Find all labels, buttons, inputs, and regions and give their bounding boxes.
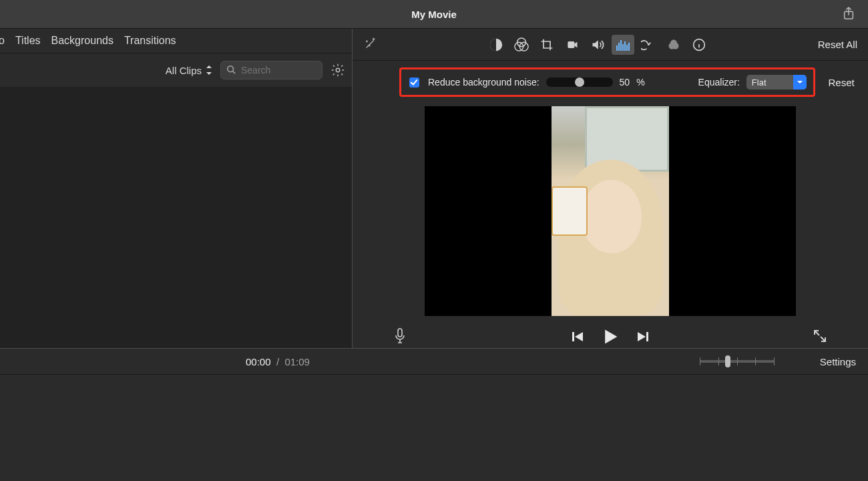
- microphone-icon[interactable]: [394, 328, 406, 346]
- equalizer-dropdown[interactable]: Flat: [746, 75, 807, 90]
- svg-rect-21: [646, 332, 648, 341]
- reset-button[interactable]: Reset: [829, 77, 855, 88]
- video-frame: [552, 106, 669, 316]
- browser-content: [0, 87, 352, 348]
- time-current: 00:00: [246, 356, 271, 367]
- timeline-header: 00:00 / 01:09 Settings: [0, 348, 868, 375]
- noise-eq-icon[interactable]: [612, 35, 634, 55]
- noise-slider[interactable]: [546, 77, 613, 87]
- search-icon: [226, 65, 236, 76]
- noise-reduction-group: Reduce background noise: 50 % Equalizer:…: [399, 67, 815, 97]
- reset-all-button[interactable]: Reset All: [818, 39, 857, 50]
- tab-backgrounds[interactable]: Backgrounds: [51, 35, 114, 47]
- svg-rect-20: [572, 332, 574, 341]
- color-correction-icon[interactable]: [510, 35, 533, 55]
- tab-transitions[interactable]: Transitions: [124, 35, 176, 47]
- previous-button[interactable]: [571, 330, 584, 343]
- clips-filter-dropdown[interactable]: All Clips: [166, 65, 212, 76]
- svg-rect-14: [628, 43, 630, 51]
- volume-icon[interactable]: [586, 35, 609, 55]
- browser-tabs: o Titles Backgrounds Transitions: [0, 29, 352, 53]
- clips-filter-label: All Clips: [166, 65, 202, 76]
- effects-icon[interactable]: [662, 35, 685, 55]
- svg-rect-10: [620, 40, 622, 51]
- time-total: 01:09: [284, 356, 310, 367]
- tab-titles[interactable]: Titles: [15, 35, 41, 47]
- timeline-settings-button[interactable]: Settings: [820, 356, 856, 367]
- window-title: My Movie: [0, 9, 868, 20]
- reduce-noise-label: Reduce background noise:: [428, 77, 539, 88]
- titlebar: My Movie: [0, 0, 868, 29]
- reduce-noise-checkbox[interactable]: [409, 77, 419, 88]
- svg-rect-12: [624, 41, 626, 51]
- svg-rect-8: [616, 45, 618, 51]
- zoom-thumb[interactable]: [725, 355, 730, 367]
- noise-value: 50: [620, 77, 630, 88]
- stabilization-icon[interactable]: [561, 35, 584, 55]
- settings-gear-icon[interactable]: [331, 63, 345, 77]
- equalizer-value: Flat: [752, 77, 767, 88]
- slider-thumb[interactable]: [575, 77, 584, 87]
- time-separator: /: [276, 356, 279, 367]
- speed-icon[interactable]: [637, 35, 660, 55]
- zoom-slider[interactable]: [700, 360, 775, 363]
- timecode-display: 00:00 / 01:09: [246, 356, 310, 367]
- svg-point-2: [336, 68, 340, 72]
- media-browser: o Titles Backgrounds Transitions All Cli…: [0, 29, 353, 348]
- inspector-toolbar: Reset All: [353, 29, 868, 61]
- video-viewer[interactable]: [425, 106, 796, 316]
- svg-rect-11: [622, 44, 624, 51]
- tab-fragment[interactable]: o: [0, 35, 5, 47]
- info-icon[interactable]: [688, 35, 710, 55]
- magic-wand-icon[interactable]: [363, 36, 378, 53]
- color-balance-icon[interactable]: [485, 35, 507, 55]
- next-button[interactable]: [636, 330, 650, 343]
- equalizer-label: Equalizer:: [698, 77, 740, 88]
- svg-rect-19: [398, 329, 402, 337]
- play-button[interactable]: [602, 328, 619, 345]
- fullscreen-icon[interactable]: [813, 329, 827, 345]
- crop-icon[interactable]: [535, 35, 558, 55]
- svg-point-17: [670, 39, 677, 46]
- chevron-up-down-icon: [206, 65, 212, 75]
- svg-point-1: [228, 65, 234, 71]
- svg-rect-7: [568, 41, 575, 48]
- search-field[interactable]: [240, 64, 309, 76]
- noise-unit: %: [636, 77, 644, 88]
- timeline[interactable]: [0, 375, 868, 481]
- share-icon[interactable]: [843, 7, 855, 22]
- svg-rect-13: [626, 45, 628, 51]
- chevron-down-icon: [793, 75, 807, 90]
- search-input[interactable]: [220, 61, 322, 79]
- svg-rect-9: [618, 43, 620, 51]
